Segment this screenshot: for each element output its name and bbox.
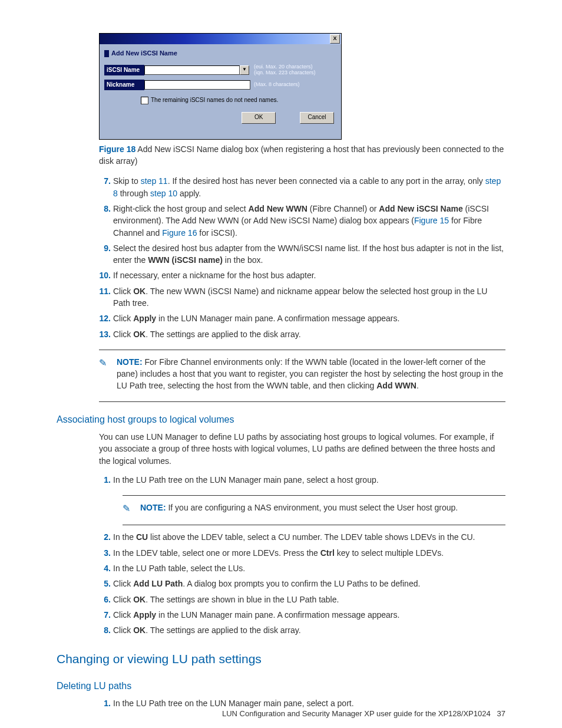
heading-changing: Changing or viewing LU path settings — [57, 650, 505, 668]
list-item: 2.In the CU list above the LDEV table, s… — [99, 531, 505, 543]
checkbox-label: The remaining iSCSI names do not need na… — [151, 96, 278, 105]
list-item: 8.Right-click the host group and select … — [99, 203, 505, 239]
chevron-down-icon[interactable]: ▼ — [240, 65, 249, 75]
list-item: 7.Click Apply in the LUN Manager main pa… — [99, 609, 505, 621]
dialog-title-bar: X — [100, 34, 341, 44]
list-item: 6.Click OK. The settings are shown in bl… — [99, 594, 505, 605]
note-block: ✎ NOTE: For Fibre Channel environments o… — [99, 356, 505, 392]
iscsi-name-label: iSCSI Name — [104, 65, 144, 76]
list-item: 3.In the LDEV table, select one or more … — [99, 547, 505, 559]
iscsi-name-hint: (eui. Max. 20 characters)(iqn. Max. 223 … — [250, 64, 316, 76]
list-item: 8.Click OK. The settings are applied to … — [99, 624, 505, 636]
cancel-button[interactable]: Cancel — [300, 112, 334, 124]
figure-caption: Figure 18 Add New iSCSI Name dialog box … — [99, 143, 505, 167]
list-item: 10.If necessary, enter a nickname for th… — [99, 269, 505, 281]
dialog-heading: Add New iSCSI Name — [111, 49, 177, 58]
list-item: 9.Select the desired host bus adapter fr… — [99, 242, 505, 266]
list-item: 7.Skip to step 11. If the desired host h… — [99, 175, 505, 199]
nickname-label: Nickname — [104, 80, 144, 91]
nickname-input[interactable] — [144, 80, 250, 90]
list-item: 13.Click OK. The settings are applied to… — [99, 328, 505, 340]
add-iscsi-dialog: X Add New iSCSI Name iSCSI Name ▼ (eui. … — [99, 33, 342, 140]
para-associating: You can use LUN Manager to define LU pat… — [99, 431, 505, 467]
list-item: 4.In the LU Path table, select the LUs. — [99, 562, 505, 574]
list-item: 1.In the LU Path tree on the LUN Manager… — [99, 697, 505, 709]
iscsi-name-input[interactable] — [144, 65, 240, 75]
list-item: 5.Click Add LU Path. A dialog box prompt… — [99, 578, 505, 589]
note-icon: ✎ — [99, 356, 111, 392]
note-block-sub: ✎ NOTE: If you are configuring a NAS env… — [123, 502, 505, 515]
list-item: 12.Click Apply in the LUN Manager main p… — [99, 312, 505, 324]
page-footer: LUN Configuration and Security Manager X… — [222, 709, 505, 720]
list-item: 11.Click OK. The new WWN (iSCSI Name) an… — [99, 285, 505, 309]
heading-deleting: Deleting LU paths — [57, 679, 505, 693]
remaining-names-checkbox[interactable] — [141, 97, 148, 104]
nickname-hint: (Max. 8 characters) — [250, 82, 300, 88]
heading-associating: Associating host groups to logical volum… — [57, 413, 505, 426]
heading-marker-icon — [104, 50, 109, 57]
close-icon[interactable]: X — [330, 34, 340, 44]
list-item: 1.In the LU Path tree on the LUN Manager… — [99, 474, 505, 486]
ok-button[interactable]: OK — [242, 112, 276, 124]
note-icon: ✎ — [123, 502, 134, 515]
